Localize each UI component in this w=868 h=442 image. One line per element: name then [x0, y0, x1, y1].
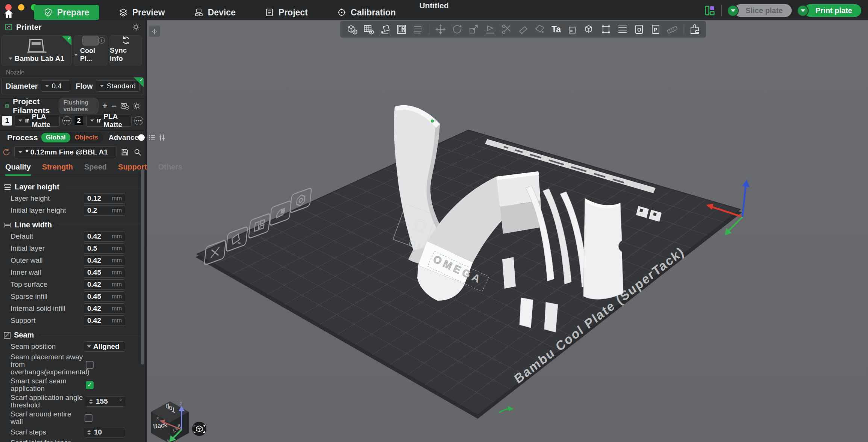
seam-painting-icon[interactable]	[515, 22, 531, 36]
ams-sync-icon[interactable]	[120, 101, 129, 111]
objects-table-icon[interactable]: O	[631, 22, 647, 36]
line-width-sparse-infill-input[interactable]: 0.45mm	[84, 291, 125, 302]
scarf-entire-wall-checkbox[interactable]	[85, 414, 92, 422]
chevron-down-icon	[9, 58, 12, 60]
tab-others[interactable]: Others	[158, 163, 182, 176]
scarf-angle-threshold-spinner[interactable]: 155°	[86, 396, 125, 407]
text-tool-icon[interactable]: Ta	[548, 22, 564, 36]
tab-preview[interactable]: Preview	[109, 5, 175, 20]
sidebar-scrollbar[interactable]	[141, 169, 144, 365]
flushing-volumes-button[interactable]: Flushing volumes	[59, 98, 99, 114]
sync-info-card[interactable]: Sync info	[109, 35, 142, 66]
chevron-down-icon	[90, 120, 94, 122]
process-table-icon[interactable]: P	[648, 22, 663, 36]
viewport-3d[interactable]: Bambu Cool Plate (SuperTack)	[147, 20, 868, 442]
compare-presets-icon[interactable]	[158, 133, 166, 142]
scale-icon[interactable]	[466, 22, 481, 36]
device-icon	[194, 8, 203, 17]
filament-2-more-button[interactable]: •••	[134, 116, 143, 125]
preview-icon	[119, 8, 128, 17]
filament-2-select[interactable]: PLA Matte	[86, 115, 132, 127]
nav-axis-y-label: y	[167, 437, 170, 442]
prepare-icon	[44, 8, 53, 17]
scene-canvas[interactable]: Bambu Cool Plate (SuperTack)	[147, 20, 868, 442]
filament-settings-gear-icon[interactable]	[133, 101, 141, 111]
layer-height-icon	[4, 184, 11, 191]
seam-position-select[interactable]: Aligned	[84, 341, 125, 352]
plate-type-card[interactable]: i Cool Pl...	[74, 35, 108, 66]
tab-speed[interactable]: Speed	[84, 163, 107, 176]
line-width-top-surface-input[interactable]: 0.42mm	[84, 279, 125, 290]
slice-split-button: Slice plate	[727, 4, 792, 17]
assembly-view-icon[interactable]	[687, 22, 702, 36]
svg-text:P: P	[654, 27, 657, 33]
measure-icon[interactable]	[664, 22, 680, 36]
scope-global[interactable]: Global	[41, 133, 70, 142]
initial-layer-height-input[interactable]: 0.2mm	[84, 205, 125, 216]
slice-plate-button[interactable]: Slice plate	[734, 4, 792, 17]
support-painting-icon[interactable]	[565, 22, 580, 36]
mesh-edit-icon[interactable]	[598, 22, 614, 36]
printer-select-card[interactable]: Bambu Lab A1	[1, 35, 72, 66]
filament-1-select[interactable]: PLA Matte	[15, 115, 60, 127]
line-width-internal-solid-infill-input[interactable]: 0.42mm	[84, 303, 125, 314]
tab-calibration[interactable]: Calibration	[327, 5, 406, 20]
home-button[interactable]	[3, 8, 16, 20]
variable-layer-height-icon[interactable]	[615, 22, 630, 36]
add-object-icon[interactable]	[344, 22, 359, 36]
sync-icon	[120, 36, 132, 45]
remove-filament-button[interactable]: −	[111, 101, 117, 111]
reset-preset-icon[interactable]	[2, 147, 11, 157]
print-plate-button[interactable]: Print plate	[804, 4, 861, 17]
scene-settings-button[interactable]	[192, 422, 206, 436]
process-preset-select[interactable]: * 0.12mm Fine @BBL A1	[14, 146, 117, 158]
home-icon	[3, 8, 14, 20]
color-painting-icon[interactable]	[532, 22, 547, 36]
line-width-outer-wall-input[interactable]: 0.42mm	[84, 255, 125, 266]
settings-list: Layer height Layer height 0.12mm Initial…	[0, 176, 145, 442]
tab-prepare[interactable]: Prepare	[34, 5, 99, 20]
cut-icon[interactable]	[499, 22, 514, 36]
arrange-icon[interactable]	[394, 22, 409, 36]
info-icon[interactable]: i	[98, 37, 105, 44]
save-preset-icon[interactable]	[120, 147, 130, 157]
tab-device[interactable]: Device	[185, 5, 245, 20]
smart-scarf-checkbox[interactable]	[86, 381, 94, 389]
scarf-steps-spinner[interactable]: 10	[84, 427, 125, 437]
tab-quality[interactable]: Quality	[5, 163, 31, 176]
split-to-objects-icon[interactable]	[410, 22, 426, 36]
filament-1-more-button[interactable]: •••	[62, 116, 71, 125]
nozzle-diameter-select[interactable]: 0.4	[41, 80, 71, 92]
sidebar-collapse-button[interactable]: ‹|›	[149, 26, 160, 37]
rotate-icon[interactable]	[449, 22, 465, 36]
line-width-default-input[interactable]: 0.42mm	[84, 231, 125, 242]
add-filament-button[interactable]: +	[102, 101, 108, 111]
nav-cube[interactable]: Top Back Left x y z	[151, 401, 189, 442]
section-layer-height: Layer height	[4, 183, 142, 191]
seam-overhangs-checkbox[interactable]	[86, 361, 94, 369]
move-icon[interactable]	[433, 22, 448, 36]
line-width-support-input[interactable]: 0.42mm	[84, 315, 125, 326]
spinner-arrows-icon[interactable]	[87, 430, 91, 435]
tab-project[interactable]: Project	[255, 5, 318, 20]
spinner-arrows-icon[interactable]	[89, 399, 93, 404]
mesh-boolean-icon[interactable]	[582, 22, 597, 36]
slice-options-chevron[interactable]	[727, 5, 739, 17]
line-width-inner-wall-input[interactable]: 0.45mm	[84, 267, 125, 278]
settings-list-icon[interactable]	[148, 133, 156, 142]
add-plate-icon[interactable]	[361, 22, 376, 36]
filament-slots-row: 1 PLA Matte ••• 2 PLA Matte •••	[0, 113, 145, 130]
workspace-layout-icon[interactable]	[704, 5, 716, 17]
lay-on-face-icon[interactable]	[482, 22, 498, 36]
print-options-chevron[interactable]	[797, 5, 809, 17]
auto-orient-icon[interactable]	[377, 22, 392, 36]
tab-strength[interactable]: Strength	[42, 163, 73, 176]
filaments-panel-icon	[5, 102, 9, 110]
printer-settings-gear-icon[interactable]	[131, 22, 141, 32]
search-settings-icon[interactable]	[133, 147, 142, 157]
scope-objects[interactable]: Objects	[70, 133, 103, 142]
chevron-down-icon	[731, 9, 735, 12]
synced-check-icon	[133, 77, 144, 88]
line-width-initial-layer-input[interactable]: 0.5mm	[84, 243, 125, 254]
layer-height-input[interactable]: 0.12mm	[84, 193, 125, 204]
